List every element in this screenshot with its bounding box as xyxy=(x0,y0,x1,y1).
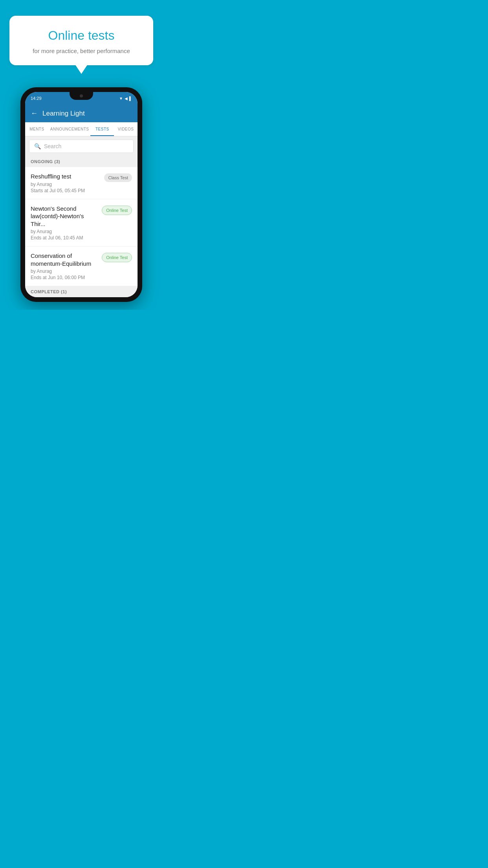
test-date: Starts at Jul 05, 05:45 PM xyxy=(31,188,100,193)
search-container: 🔍 Search xyxy=(25,136,138,156)
test-info: Reshuffling test by Anurag Starts at Jul… xyxy=(31,173,100,193)
status-bar: 14:29 ▼ ◀ ▌ xyxy=(25,92,138,105)
status-icons: ▼ ◀ ▌ xyxy=(119,96,132,101)
test-list: Reshuffling test by Anurag Starts at Jul… xyxy=(25,167,138,286)
test-badge: Online Test xyxy=(102,253,132,262)
back-button[interactable]: ← xyxy=(31,109,38,118)
phone-container: 14:29 ▼ ◀ ▌ ← Learning Light MENTS xyxy=(0,87,163,310)
test-info: Conservation of momentum-Equilibrium by … xyxy=(31,252,98,280)
ongoing-section-header: ONGOING (3) xyxy=(25,156,138,167)
wifi-icon: ▼ xyxy=(119,96,123,101)
test-author: by Anurag xyxy=(31,182,100,187)
test-badge: Online Test xyxy=(102,206,132,215)
test-name: Newton's Second law(contd)-Newton's Thir… xyxy=(31,205,98,228)
status-time: 14:29 xyxy=(31,96,42,101)
test-author: by Anurag xyxy=(31,229,98,234)
list-item[interactable]: Reshuffling test by Anurag Starts at Jul… xyxy=(25,167,138,199)
tab-tests[interactable]: TESTS xyxy=(90,122,114,136)
search-icon: 🔍 xyxy=(34,143,41,149)
camera-dot xyxy=(80,94,83,97)
phone-mockup: 14:29 ▼ ◀ ▌ ← Learning Light MENTS xyxy=(20,87,142,302)
test-name: Reshuffling test xyxy=(31,173,100,180)
promo-title: Online tests xyxy=(20,28,142,43)
tab-announcements[interactable]: ANNOUNCEMENTS xyxy=(49,122,91,136)
test-date: Ends at Jun 10, 06:00 PM xyxy=(31,275,98,280)
search-bar[interactable]: 🔍 Search xyxy=(29,140,134,153)
promo-subtitle: for more practice, better performance xyxy=(20,48,142,54)
test-info: Newton's Second law(contd)-Newton's Thir… xyxy=(31,205,98,241)
app-header: ← Learning Light xyxy=(25,105,138,122)
list-item[interactable]: Conservation of momentum-Equilibrium by … xyxy=(25,246,138,286)
tab-videos[interactable]: VIDEOS xyxy=(114,122,138,136)
test-badge: Class Test xyxy=(104,173,132,182)
app-title: Learning Light xyxy=(42,110,85,118)
battery-icon: ▌ xyxy=(129,96,132,101)
phone-screen: 14:29 ▼ ◀ ▌ ← Learning Light MENTS xyxy=(25,92,138,297)
test-date: Ends at Jul 06, 10:45 AM xyxy=(31,235,98,241)
list-item[interactable]: Newton's Second law(contd)-Newton's Thir… xyxy=(25,199,138,247)
speech-bubble: Online tests for more practice, better p… xyxy=(9,16,153,65)
test-author: by Anurag xyxy=(31,268,98,274)
tab-ments[interactable]: MENTS xyxy=(25,122,49,136)
promo-section: Online tests for more practice, better p… xyxy=(0,0,163,65)
signal-icon: ◀ xyxy=(125,96,128,101)
completed-section-header: COMPLETED (1) xyxy=(25,286,138,297)
phone-notch xyxy=(70,92,93,100)
search-input[interactable]: Search xyxy=(44,143,61,149)
test-name: Conservation of momentum-Equilibrium xyxy=(31,252,98,267)
tab-bar: MENTS ANNOUNCEMENTS TESTS VIDEOS xyxy=(25,122,138,136)
